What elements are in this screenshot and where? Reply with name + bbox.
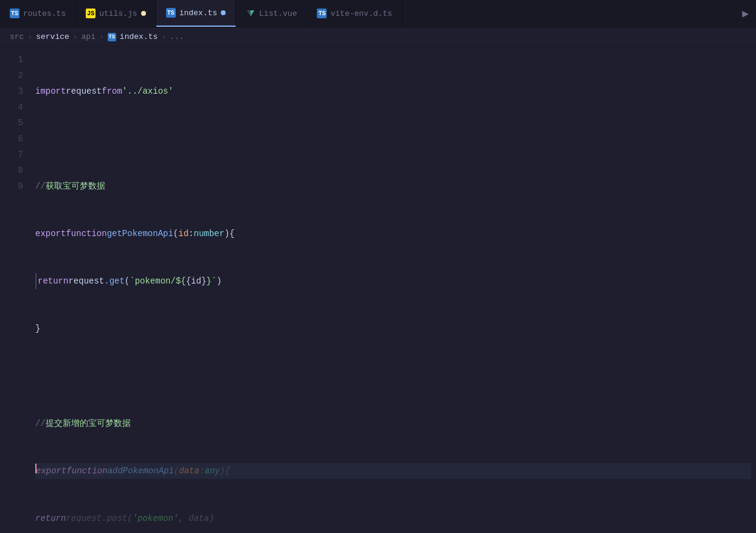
code-line-6: }	[35, 321, 751, 336]
line-num-9: 9	[7, 178, 23, 194]
line-num-8: 8	[7, 162, 23, 178]
tab-routes-label: routes.ts	[23, 9, 66, 18]
code-area: 1 2 3 4 5 6 7 8 9 import request from '.…	[0, 47, 756, 533]
breadcrumb-service: service	[36, 32, 69, 41]
breadcrumb-index: index.ts	[120, 32, 158, 41]
tab-vite-env[interactable]: TS vite-env.d.ts	[307, 0, 402, 27]
token-template-id: {id}	[186, 273, 207, 289]
line-numbers: 1 2 3 4 5 6 7 8 9	[0, 52, 30, 528]
token-comment-text-1: 获取宝可梦数据	[46, 178, 105, 194]
token-dim-export: export	[36, 463, 66, 479]
code-line-2	[35, 131, 751, 147]
token-request: request	[66, 83, 102, 99]
tab-vite-env-label: vite-env.d.ts	[330, 9, 392, 18]
token-return-1: return	[38, 273, 68, 289]
token-import: import	[35, 83, 66, 99]
breadcrumb-sep-3: ›	[99, 32, 104, 41]
line-num-7: 7	[7, 147, 23, 162]
token-brace-open-1: {	[229, 226, 234, 242]
ts-icon: TS	[166, 8, 176, 18]
tab-utils[interactable]: JS utils.js	[76, 0, 156, 27]
token-dim-paren-2: )	[220, 463, 225, 479]
token-dim-paren-1: (	[174, 463, 179, 479]
token-paren-3: (	[125, 273, 130, 289]
token-function-1: function	[66, 226, 106, 242]
breadcrumb-sep-4: ›	[161, 32, 166, 41]
token-axios-string: '../axios'	[122, 83, 173, 99]
tab-bar: TS routes.ts JS utils.js TS index.ts Lis…	[0, 0, 756, 27]
line-num-1: 1	[7, 52, 23, 68]
breadcrumb-ts-icon: TS	[108, 33, 116, 41]
token-dim-brace-open: {	[225, 463, 230, 479]
token-from: from	[102, 83, 122, 99]
token-dim-comma: , data)	[178, 510, 214, 526]
ts-icon: TS	[317, 9, 327, 18]
tab-index[interactable]: TS index.ts	[156, 0, 236, 27]
token-dim-any: any	[204, 463, 220, 479]
token-template-start: `pokemon/${	[130, 273, 186, 289]
token-getpokemonapi: getPokemonApi	[107, 226, 173, 242]
breadcrumb: src › service › api › TS index.ts › ...	[0, 27, 756, 47]
line-num-2: 2	[7, 68, 23, 83]
js-icon: JS	[86, 9, 95, 18]
breadcrumb-sep-2: ›	[73, 32, 78, 41]
token-paren-2: )	[224, 226, 229, 242]
line-num-3: 3	[7, 83, 23, 99]
breadcrumb-ellipsis: ...	[170, 32, 184, 41]
token-brace-close-1: }	[35, 321, 40, 336]
token-dim-addpokemonapi: addPokemonApi	[108, 463, 174, 479]
token-dim-pokemon-string: 'pokemon'	[133, 510, 179, 526]
tab-list[interactable]: List.vue	[236, 0, 307, 27]
breadcrumb-src: src	[10, 32, 24, 41]
code-line-1: import request from '../axios'	[35, 83, 751, 99]
svg-marker-1	[247, 10, 251, 16]
token-dim-data: data	[179, 463, 199, 479]
token-type-number: number	[193, 226, 224, 242]
token-export-1: export	[35, 226, 66, 242]
token-get: get	[109, 273, 125, 289]
tab-unsaved-dot	[141, 11, 146, 16]
token-paren-4: )	[217, 273, 221, 289]
breadcrumb-sep-1: ›	[27, 32, 32, 41]
token-request-2: request	[68, 273, 104, 289]
tab-routes[interactable]: TS routes.ts	[0, 0, 76, 27]
token-comment-1: //	[35, 178, 46, 194]
breadcrumb-api: api	[81, 32, 95, 41]
line-num-5: 5	[7, 115, 23, 131]
vue-icon	[246, 9, 255, 18]
token-dim-request-post: request.post(	[66, 510, 132, 526]
line-num-4: 4	[7, 99, 23, 115]
token-template-end: }`	[206, 273, 217, 289]
code-line-4: export function getPokemonApi(id: number…	[35, 226, 751, 242]
token-comment-2: //	[35, 416, 46, 431]
code-line-9: export function addPokemonApi(data: any)…	[35, 463, 751, 479]
code-line-5: return request.get(`pokemon/${{id}}`)	[35, 273, 751, 289]
code-line-10: return request.post('pokemon', data)	[35, 510, 751, 526]
code-content[interactable]: import request from '../axios' // 获取宝可梦数…	[30, 52, 756, 528]
token-dot-1: .	[104, 273, 109, 289]
ts-icon: TS	[10, 9, 19, 18]
token-param-id: id	[178, 226, 189, 242]
token-colon-1: :	[189, 226, 193, 242]
code-line-7	[35, 368, 751, 384]
token-comment-text-2: 提交新增的宝可梦数据	[46, 416, 131, 431]
token-dim-return: return	[35, 510, 66, 526]
code-line-8: // 提交新增的宝可梦数据	[35, 416, 751, 431]
tab-unsaved-dot	[221, 10, 226, 15]
text-cursor	[35, 464, 36, 473]
tab-list-label: List.vue	[259, 9, 297, 18]
line-num-6: 6	[7, 131, 23, 147]
token-paren-1: (	[173, 226, 178, 242]
token-dim-colon: :	[199, 463, 204, 479]
token-dim-function: function	[66, 463, 107, 479]
tab-utils-label: utils.js	[99, 9, 137, 18]
tab-index-label: index.ts	[179, 9, 217, 18]
code-line-3: // 获取宝可梦数据	[35, 178, 751, 194]
tab-expand-button[interactable]: ▶	[735, 0, 756, 27]
